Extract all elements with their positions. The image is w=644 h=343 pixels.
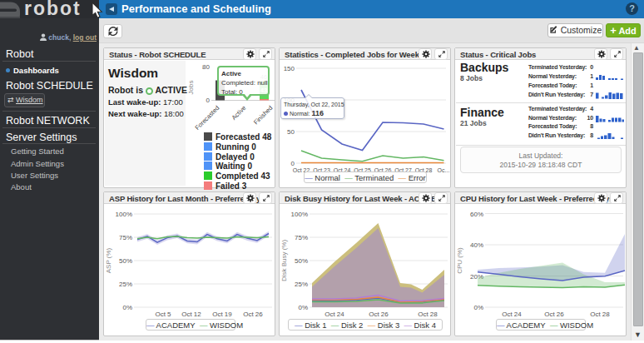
svg-text:Oct 26: Oct 26 [369, 311, 389, 318]
svg-text:60%: 60% [470, 211, 483, 218]
svg-text:Disk Busy (%): Disk Busy (%) [280, 240, 288, 282]
svg-text:Oct 5: Oct 5 [155, 311, 171, 318]
svg-text:40%: 40% [470, 241, 483, 249]
svg-text:Oct 26: Oct 26 [544, 311, 564, 318]
svg-text:80: 80 [202, 63, 210, 71]
svg-text:0%: 0% [122, 304, 132, 311]
svg-text:ASP (%): ASP (%) [105, 247, 112, 273]
svg-text:50%: 50% [119, 257, 132, 265]
svg-text:Forecasted: Forecasted [194, 104, 221, 132]
svg-text:CPU (%): CPU (%) [456, 247, 463, 274]
svg-text:Oct 19: Oct 19 [212, 311, 232, 318]
svg-text:150: 150 [284, 65, 295, 72]
svg-text:100%: 100% [291, 211, 308, 218]
svg-text:100%: 100% [116, 211, 132, 218]
svg-text:0%: 0% [473, 304, 483, 311]
svg-text:50: 50 [287, 128, 295, 136]
svg-text:Oc...: Oc... [438, 167, 450, 173]
svg-text:Oct 12: Oct 12 [181, 311, 201, 318]
svg-text:75%: 75% [119, 234, 132, 241]
svg-text:Oct 24: Oct 24 [502, 311, 522, 318]
svg-text:75%: 75% [295, 234, 308, 241]
svg-text:0: 0 [206, 97, 211, 104]
svg-text:Jobs: Jobs [187, 81, 195, 95]
svg-text:0: 0 [291, 160, 295, 167]
svg-text:50%: 50% [295, 257, 308, 265]
svg-text:Oct 24: Oct 24 [324, 311, 344, 318]
svg-text:25%: 25% [295, 281, 308, 288]
svg-text:Oct 28: Oct 28 [418, 311, 438, 318]
svg-text:Finished: Finished [252, 104, 274, 126]
svg-text:25%: 25% [119, 281, 132, 288]
svg-text:Active: Active [230, 104, 248, 122]
svg-text:Oct 28: Oct 28 [590, 311, 610, 318]
svg-text:Oct 26: Oct 26 [243, 311, 263, 318]
svg-text:0%: 0% [298, 304, 308, 311]
